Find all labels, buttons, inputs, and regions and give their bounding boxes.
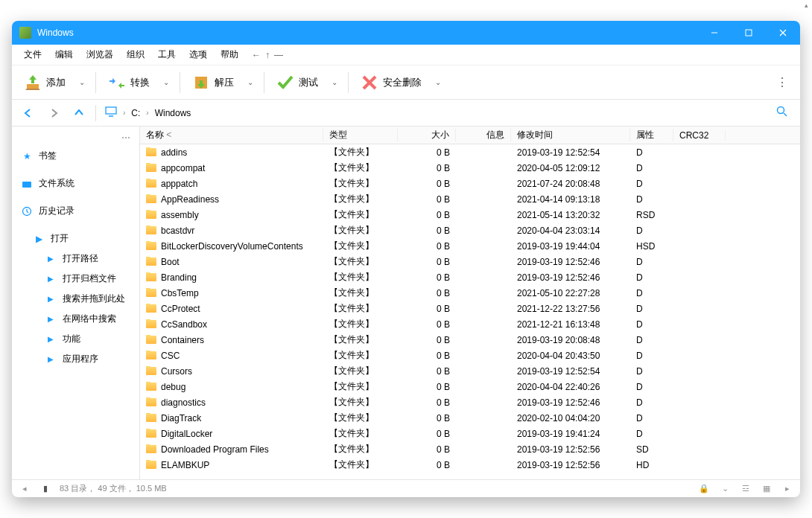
close-button[interactable]: [766, 21, 800, 45]
table-row[interactable]: Downloaded Program Files【文件夹】0 B2019-03-…: [140, 441, 800, 457]
check-icon: [276, 74, 294, 92]
delete-x-icon: [361, 74, 378, 92]
minus-icon[interactable]: —: [274, 50, 283, 60]
expand-icon[interactable]: ▸: [781, 484, 794, 493]
sidebar-menu-icon[interactable]: ⋯: [12, 130, 139, 146]
svg-rect-4: [106, 107, 116, 114]
col-info[interactable]: 信息: [456, 129, 511, 141]
lock-icon[interactable]: 🔒: [697, 484, 711, 493]
sidebar-open-item[interactable]: ▶应用程序: [12, 349, 139, 369]
col-attr[interactable]: 属性: [630, 129, 673, 141]
menu-browser[interactable]: 浏览器: [80, 45, 119, 64]
sidebar-open-item[interactable]: ▶在网络中搜索: [12, 309, 139, 329]
table-row[interactable]: appcompat【文件夹】0 B2020-04-05 12:09:12D: [140, 160, 800, 176]
sidebar-open-item[interactable]: ▶功能: [12, 329, 139, 349]
table-row[interactable]: BitLockerDiscoveryVolumeContents【文件夹】0 B…: [140, 238, 800, 254]
sidebar-filesystem[interactable]: 文件系统: [12, 173, 139, 194]
star-icon: ★: [21, 150, 33, 162]
col-name[interactable]: 名称 <: [140, 129, 323, 141]
folder-icon: [146, 320, 156, 328]
table-row[interactable]: CcSandbox【文件夹】0 B2021-12-21 16:13:48D: [140, 316, 800, 332]
table-row[interactable]: ELAMBKUP【文件夹】0 B2019-03-19 12:52:56HD: [140, 457, 800, 473]
add-dropdown[interactable]: ⌄: [74, 75, 89, 89]
folder-icon: [146, 148, 156, 156]
toolbar-overflow[interactable]: ⋮: [770, 72, 794, 92]
extract-dropdown[interactable]: ⌄: [243, 75, 258, 89]
folder-icon: [146, 211, 156, 219]
arrow-left-icon[interactable]: ←: [252, 50, 261, 60]
table-row[interactable]: DiagTrack【文件夹】0 B2020-02-10 04:04:20D: [140, 410, 800, 426]
table-row[interactable]: Containers【文件夹】0 B2019-03-19 20:08:48D: [140, 332, 800, 348]
test-button[interactable]: 测试: [270, 71, 324, 95]
folder-icon: [146, 226, 156, 234]
sidebar-bookmarks[interactable]: ★ 书签: [12, 146, 139, 166]
sidebar-open[interactable]: ▶ 打开: [12, 228, 139, 249]
table-row[interactable]: CSC【文件夹】0 B2020-04-04 20:43:50D: [140, 348, 800, 363]
bc-folder[interactable]: Windows: [152, 106, 194, 120]
svg-point-6: [778, 106, 784, 113]
maximize-button[interactable]: [732, 21, 766, 45]
table-row[interactable]: CbsTemp【文件夹】0 B2021-05-10 22:27:28D: [140, 285, 800, 301]
folder-icon: [146, 164, 156, 172]
table-row[interactable]: apppatch【文件夹】0 B2021-07-24 20:08:48D: [140, 176, 800, 191]
folder-icon: [146, 195, 156, 203]
table-row[interactable]: addins【文件夹】0 B2019-03-19 12:52:54D: [140, 144, 800, 160]
col-modified[interactable]: 修改时间: [511, 129, 630, 141]
bc-computer-icon[interactable]: [102, 105, 120, 121]
statusbar: ◂ ▮ 83 目录， 49 文件， 10.5 MB 🔒 ⌄ ☲ ▦ ▸: [12, 479, 800, 497]
play-icon: ▶: [45, 313, 57, 325]
table-row[interactable]: Branding【文件夹】0 B2019-03-19 12:52:46D: [140, 269, 800, 285]
table-row[interactable]: Cursors【文件夹】0 B2019-03-19 12:52:54D: [140, 363, 800, 379]
search-button[interactable]: [770, 103, 794, 124]
menu-edit[interactable]: 编辑: [49, 45, 79, 64]
sidebar-open-item[interactable]: ▶打开归档文件: [12, 269, 139, 289]
col-type[interactable]: 类型: [323, 129, 398, 141]
grid-view-icon[interactable]: ▦: [760, 484, 773, 493]
sidebar-history[interactable]: 历史记录: [12, 201, 139, 221]
table-row[interactable]: assembly【文件夹】0 B2021-05-14 13:20:32RSD: [140, 207, 800, 223]
nav-up[interactable]: [69, 103, 89, 124]
svg-line-7: [784, 113, 787, 116]
menu-organize[interactable]: 组织: [121, 45, 150, 64]
list-view-icon[interactable]: ☲: [739, 484, 752, 493]
nav-forward[interactable]: [43, 103, 64, 124]
minimize-button[interactable]: [697, 21, 732, 45]
test-dropdown[interactable]: ⌄: [327, 75, 342, 89]
table-row[interactable]: bcastdvr【文件夹】0 B2020-04-04 23:03:14D: [140, 223, 800, 238]
table-row[interactable]: diagnostics【文件夹】0 B2019-03-19 12:52:46D: [140, 394, 800, 410]
folder-icon: [146, 398, 156, 406]
sidebar-open-item[interactable]: ▶搜索并拖到此处: [12, 289, 139, 309]
menu-help[interactable]: 帮助: [215, 45, 244, 64]
menu-tools[interactable]: 工具: [152, 45, 182, 64]
bc-drive[interactable]: C:: [128, 106, 143, 120]
table-row[interactable]: AppReadiness【文件夹】0 B2021-04-14 09:13:18D: [140, 191, 800, 207]
sidebar-open-item[interactable]: ▶打开路径: [12, 249, 139, 269]
table-row[interactable]: Boot【文件夹】0 B2019-03-19 12:52:46D: [140, 254, 800, 269]
extract-button[interactable]: 解压: [186, 71, 240, 95]
window-title: Windows: [37, 28, 697, 38]
convert-dropdown[interactable]: ⌄: [159, 75, 174, 89]
secure-delete-button[interactable]: 安全删除: [355, 71, 428, 95]
col-size[interactable]: 大小: [398, 129, 456, 141]
nav-back[interactable]: [18, 103, 39, 124]
play-icon: ▶: [33, 233, 45, 245]
table-row[interactable]: DigitalLocker【文件夹】0 B2019-03-19 19:41:24…: [140, 426, 800, 441]
arrow-up-icon[interactable]: ↑: [265, 50, 270, 60]
folder-icon: [146, 242, 156, 250]
table-row[interactable]: debug【文件夹】0 B2020-04-04 22:40:26D: [140, 379, 800, 394]
stop-icon[interactable]: ▮: [39, 484, 52, 493]
folder-icon: [146, 461, 156, 469]
secure-delete-dropdown[interactable]: ⌄: [431, 75, 445, 89]
breadcrumb: › C: › Windows: [102, 105, 766, 121]
add-button[interactable]: 添加: [18, 71, 72, 95]
nav-prev-icon[interactable]: ◂: [18, 484, 31, 493]
col-crc[interactable]: CRC32: [673, 130, 726, 141]
dropdown-icon[interactable]: ⌄: [718, 484, 732, 493]
table-row[interactable]: CcProtect【文件夹】0 B2021-12-22 13:27:56D: [140, 301, 800, 316]
menu-options[interactable]: 选项: [183, 45, 213, 64]
chevron-right-icon: ›: [146, 109, 148, 117]
file-list[interactable]: addins【文件夹】0 B2019-03-19 12:52:54Dappcom…: [140, 144, 800, 479]
convert-button[interactable]: 转换: [102, 71, 156, 95]
app-window: Windows 文件 编辑 浏览器 组织 工具 选项 帮助 ← ↑ — 添加 ⌄…: [12, 21, 800, 497]
menu-file[interactable]: 文件: [18, 45, 48, 64]
